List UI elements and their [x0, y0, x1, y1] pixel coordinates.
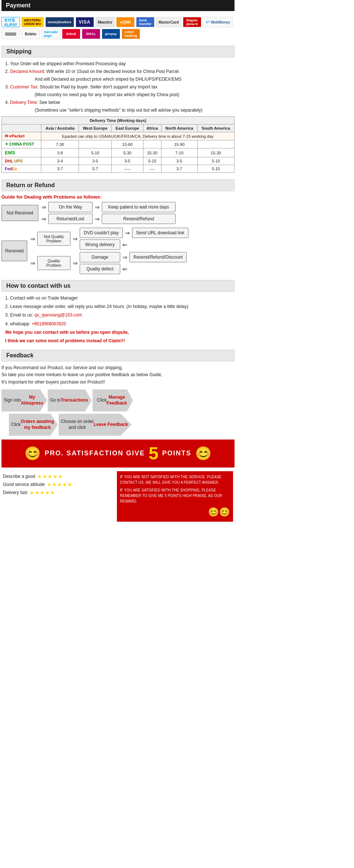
ems-east: 5-30 — [112, 148, 143, 157]
arrow-4: ⇒ — [95, 216, 100, 223]
resend-discount-box: Resend/Refund/Discount — [129, 252, 187, 262]
arrow-wd: ⇐ — [122, 241, 127, 248]
contact-title: How to contact with us — [6, 283, 70, 289]
shipping-header: Shipping — [1, 46, 235, 57]
feedback-header: Feedback — [1, 350, 235, 361]
dhl-west: 3-5 — [79, 157, 112, 165]
shipping-item-4b: (Sometimes use "seller's shipping method… — [35, 107, 235, 113]
not-received-box: Not Received — [1, 205, 38, 221]
quality-problem-box: QualityProblem — [37, 256, 70, 270]
contact-bold-2: I think we can solve most of problems in… — [5, 337, 235, 344]
col-asia: Asia / Australia — [41, 125, 79, 132]
rating-right: IF YOU ARE NOT SATISFIED WITH THE SERVIC… — [117, 471, 233, 522]
delivery-table: Delivery Time (Working days) Asia / Aust… — [1, 116, 235, 173]
return-title: Return or Refund — [6, 182, 55, 188]
dhl-africa: 5-10 — [143, 157, 161, 165]
feedback-section: Feedback If you Recommand our Product, o… — [0, 350, 236, 529]
table-main-header: Delivery Time (Working days) — [2, 117, 235, 125]
ems-south: 15-30 — [197, 148, 234, 157]
shipping-item-3: 3. Customer Tax: Should be Paid by buyer… — [5, 84, 235, 90]
chinapost-west — [79, 140, 112, 148]
ups-logo: UPS — [14, 159, 23, 163]
dhl-east: 3-5 — [112, 157, 143, 165]
chinapost-asia: 7-30 — [41, 140, 79, 148]
arrow-qp: ⇒ — [30, 260, 35, 267]
shipping-item-1: 1. Your Order will be shipped within Pro… — [5, 60, 235, 67]
col-africa: Africa — [143, 125, 161, 132]
dhl-logo-cell: DHL UPS — [2, 157, 41, 165]
payment-title: Payment — [6, 2, 31, 8]
mercado-logo: mercadopago — [41, 29, 60, 39]
url-link-box: Send URL download link — [132, 228, 188, 238]
chinapost-logo-cell: ✦ CHINA POST — [2, 140, 41, 148]
contact-bold-1: We hope you can contact with us before y… — [5, 329, 235, 336]
rating-label-1: Describe a good — [3, 474, 35, 479]
ems-west: 5-10 — [79, 148, 112, 157]
dhl-asia: 3-4 — [41, 157, 79, 165]
feedback-intro-2: So take you one more mintues to leave us… — [1, 372, 162, 377]
return-section: Return or Refund Guide for Dealing with … — [0, 179, 236, 280]
chinapost-south — [197, 140, 234, 148]
rating-label-2: Good service attitude — [3, 482, 45, 487]
dhl-south: 5-10 — [197, 157, 234, 165]
chinapost-east: 15-60 — [112, 140, 143, 148]
not-received-flowchart: Not Received ⇒ On the Way ⇒ Keep patient… — [1, 202, 235, 224]
arrow-dvd: ⇒ — [125, 230, 130, 237]
step-2-shape: Go toTransactions — [48, 389, 91, 412]
fedex-west: 5-7 — [79, 165, 112, 173]
arrow-1: ⇒ — [41, 204, 46, 211]
step-4: ClickOrders awaitingmy feedback — [9, 414, 58, 436]
fedex-row: FedEx 3-7 5-7 ----- ---- 3-7 5-15 — [2, 165, 235, 173]
fedex-asia: 3-7 — [41, 165, 79, 173]
payment-header: Payment — [1, 0, 235, 11]
col-north-america: North America — [161, 125, 197, 132]
contact-item-4: 4. whatsapp: +8618968063920 — [5, 321, 235, 328]
visa-logo: VISA — [76, 17, 94, 27]
bank-logo: banktransfer — [136, 17, 155, 27]
epacket-logo: ✉ ePacket — [5, 134, 25, 138]
fedex-logo-ex: Ex — [12, 167, 17, 171]
step-2: Go toTransactions — [48, 389, 91, 412]
ems-row: EMS 3-8 5-10 5-30 15-30 7-10 15-30 — [2, 148, 235, 157]
not-quality-box: Not QualityProblem — [37, 232, 70, 246]
shipping-item-4: 4. Delivery Time: See below — [5, 99, 235, 106]
alipay-logo: 支付宝ALIPAY — [1, 17, 20, 27]
banner-number: 5 — [149, 445, 159, 462]
col-carrier — [2, 125, 41, 132]
contact-header: How to contact with us — [1, 280, 235, 292]
ems-logo-cell: EMS — [2, 148, 41, 157]
arrow-qp2: ⇒ — [73, 260, 77, 267]
epacket-row: ✉ ePacket Epacket can ship to USA/AU/UK/… — [2, 132, 235, 140]
ems-north: 7-10 — [161, 148, 197, 157]
rating-left: Describe a good ★★★★★ Good service attit… — [3, 471, 113, 498]
boleto-logo: Boleto — [21, 29, 40, 39]
received-box: Received — [1, 241, 27, 261]
maestro-logo: Maestro — [96, 17, 115, 27]
shipping-item-2b: And will Declared as product price which… — [35, 76, 235, 83]
doku-logo: doku$ — [62, 29, 80, 39]
shipping-section: Shipping 1. Your Order will be shipped w… — [0, 46, 236, 179]
ideal-logo: iDEAL — [82, 29, 100, 39]
smiley-icon-2: 😊 — [195, 446, 212, 461]
mastercard-logo: MasterCard — [156, 17, 181, 27]
step-5-shape: Choose on orderand clickLeave Feedback — [59, 414, 132, 436]
feedback-steps-row2: ClickOrders awaitingmy feedback Choose o… — [1, 414, 235, 436]
wu-logo: WESTERNUNION WU — [21, 17, 44, 27]
rating-stars-1: ★★★★★ — [37, 473, 63, 479]
arrow-nqp2: ⇒ — [73, 235, 77, 242]
chinapost-africa — [143, 140, 161, 148]
fedex-logo: Fed — [5, 167, 12, 171]
returned-lost-box: Returned/Lost — [48, 214, 93, 224]
on-the-way-box: On the Way — [48, 202, 93, 212]
chinapost-logo: ✦ CHINA POST — [5, 142, 34, 146]
rating-right-text-1: IF YOU ARE NOT SATISFIED WITH THE SERVIC… — [120, 474, 230, 485]
shipping-label-3: Customer Tax: — [10, 84, 38, 90]
contact-item-2: 2. Leave message under order, will reply… — [5, 303, 235, 310]
received-flowchart: Received ⇒ Not QualityProblem ⇒ DVD coul… — [1, 228, 235, 274]
dhl-row: DHL UPS 3-4 3-5 3-5 5-10 3-5 5-10 — [2, 157, 235, 165]
payment-logos: 支付宝ALIPAY WESTERNUNION WU moneybookers V… — [1, 14, 235, 42]
step-3-shape: ClickManageFeedback — [93, 389, 133, 412]
step-1-shape: Sign intoMyAliexpress — [1, 389, 47, 412]
rating-stars-2: ★★★★★ — [47, 482, 73, 487]
chinapost-north: 15-90 — [161, 140, 197, 148]
